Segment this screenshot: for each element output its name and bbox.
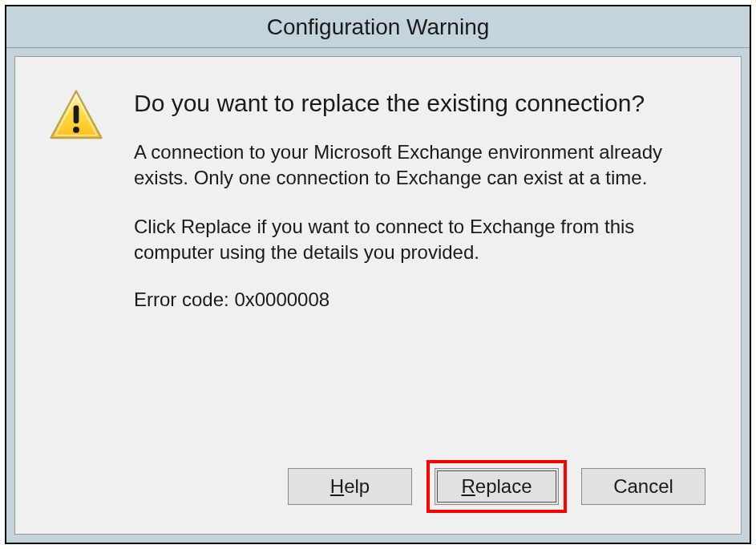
configuration-warning-dialog: Configuration Warning: [5, 5, 751, 544]
body-row: Do you want to replace the existing conn…: [47, 87, 709, 311]
text-column: Do you want to replace the existing conn…: [134, 87, 709, 311]
dialog-content: Do you want to replace the existing conn…: [14, 56, 742, 535]
warning-icon: [47, 87, 111, 148]
svg-point-3: [73, 127, 79, 133]
error-code-text: Error code: 0x0000008: [134, 289, 693, 311]
dialog-paragraph-1: A connection to your Microsoft Exchange …: [134, 139, 693, 192]
dialog-title: Configuration Warning: [267, 14, 490, 40]
button-row: Help Replace Cancel: [47, 460, 709, 518]
cancel-button[interactable]: Cancel: [581, 468, 705, 505]
replace-button[interactable]: Replace: [435, 468, 559, 505]
dialog-heading: Do you want to replace the existing conn…: [134, 87, 693, 119]
dialog-paragraph-2: Click Replace if you want to connect to …: [134, 214, 693, 266]
help-button[interactable]: Help: [288, 468, 412, 505]
titlebar: Configuration Warning: [6, 6, 750, 48]
svg-rect-2: [74, 106, 79, 124]
help-button-label: Help: [330, 475, 370, 498]
highlighted-button-frame: Replace: [427, 460, 567, 513]
cancel-button-label: Cancel: [613, 475, 673, 498]
replace-button-label: Replace: [461, 475, 532, 498]
